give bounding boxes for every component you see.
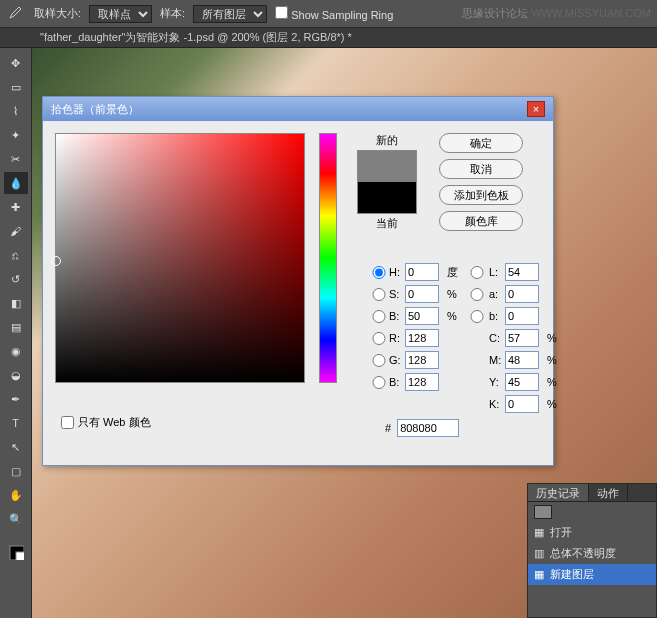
web-only-check[interactable]: 只有 Web 颜色 [61,415,151,430]
web-only-checkbox[interactable] [61,416,74,429]
a-radio[interactable] [467,288,487,301]
bc-input[interactable] [405,373,439,391]
bv-label: B: [389,310,403,322]
g-input[interactable] [405,351,439,369]
a-input[interactable] [505,285,539,303]
b-label: b: [489,310,503,322]
sample-layers-label: 样本: [160,6,185,21]
eyedropper-icon [6,4,26,24]
hue-slider[interactable] [319,133,337,383]
m-input[interactable] [505,351,539,369]
dodge-tool[interactable]: ◒ [4,364,28,386]
r-radio[interactable] [371,332,387,345]
shape-tool[interactable]: ▢ [4,460,28,482]
pen-tool[interactable]: ✒ [4,388,28,410]
sampling-ring-check[interactable]: Show Sampling Ring [275,6,393,21]
lasso-tool[interactable]: ⌇ [4,100,28,122]
r-label: R: [389,332,403,344]
sample-size-select[interactable]: 取样点 [89,5,152,23]
history-item-label: 打开 [550,525,572,540]
sampling-ring-label: Show Sampling Ring [291,9,393,21]
hex-row: # [385,419,459,437]
color-swatches[interactable] [8,544,24,562]
opacity-icon: ▥ [534,547,544,560]
h-radio[interactable] [371,266,387,279]
new-label: 新的 [376,133,398,148]
color-field[interactable] [55,133,305,383]
color-lib-button[interactable]: 颜色库 [439,211,523,231]
watermark: 思缘设计论坛 WWW.MISSYUAN.COM [462,6,651,21]
gradient-tool[interactable]: ▤ [4,316,28,338]
history-item-label: 新建图层 [550,567,594,582]
history-item[interactable]: ▥总体不透明度 [528,543,656,564]
sample-layers-select[interactable]: 所有图层 [193,5,267,23]
bc-label: B: [389,376,403,388]
zoom-tool[interactable]: 🔍 [4,508,28,530]
close-icon[interactable]: × [527,101,545,117]
g-radio[interactable] [371,354,387,367]
tab-actions[interactable]: 动作 [589,484,628,501]
document-tab-bar: "father_daughter"为智能对象 -1.psd @ 200% (图层… [0,28,657,48]
b-input[interactable] [505,307,539,325]
history-item[interactable]: ▦新建图层 [528,564,656,585]
type-tool[interactable]: T [4,412,28,434]
crop-tool[interactable]: ✂ [4,148,28,170]
c-label: C: [489,332,503,344]
bv-input[interactable] [405,307,439,325]
hand-tool[interactable]: ✋ [4,484,28,506]
history-item-label: 总体不透明度 [550,546,616,561]
current-label: 当前 [376,216,398,231]
history-brush-tool[interactable]: ↺ [4,268,28,290]
c-input[interactable] [505,329,539,347]
new-color [358,151,416,182]
eraser-tool[interactable]: ◧ [4,292,28,314]
blur-tool[interactable]: ◉ [4,340,28,362]
hex-input[interactable] [397,419,459,437]
color-field-cursor[interactable] [51,256,61,266]
s-label: S: [389,288,403,300]
h-input[interactable] [405,263,439,281]
l-radio[interactable] [467,266,487,279]
color-picker-dialog: 拾色器（前景色） × 新的 当前 确定 取消 添加到色板 颜色库 H:度 L: … [42,96,554,466]
l-label: L: [489,266,503,278]
history-panel: 历史记录 动作 ▦打开 ▥总体不透明度 ▦新建图层 [527,483,657,618]
path-tool[interactable]: ↖ [4,436,28,458]
sample-size-label: 取样大小: [34,6,81,21]
stamp-tool[interactable]: ⎌ [4,244,28,266]
k-label: K: [489,398,503,410]
dialog-title: 拾色器（前景色） [51,102,139,117]
cancel-button[interactable]: 取消 [439,159,523,179]
web-only-label: 只有 Web 颜色 [78,415,151,430]
wand-tool[interactable]: ✦ [4,124,28,146]
hex-label: # [385,422,391,434]
ok-button[interactable]: 确定 [439,133,523,153]
marquee-tool[interactable]: ▭ [4,76,28,98]
open-icon: ▦ [534,526,544,539]
bv-radio[interactable] [371,310,387,323]
move-tool[interactable]: ✥ [4,52,28,74]
dialog-titlebar[interactable]: 拾色器（前景色） × [43,97,553,121]
sampling-ring-checkbox[interactable] [275,6,288,19]
s-radio[interactable] [371,288,387,301]
tab-history[interactable]: 历史记录 [528,484,589,501]
h-label: H: [389,266,403,278]
svg-rect-1 [16,552,24,560]
k-input[interactable] [505,395,539,413]
l-input[interactable] [505,263,539,281]
bc-radio[interactable] [371,376,387,389]
color-fields: H:度 L: S:% a: B:% b: R: C:% G: M:% B: Y:… [371,263,565,413]
history-item[interactable]: ▦打开 [528,522,656,543]
b-radio[interactable] [467,310,487,323]
eyedropper-tool[interactable]: 💧 [4,172,28,194]
r-input[interactable] [405,329,439,347]
brush-tool[interactable]: 🖌 [4,220,28,242]
new-current-swatch[interactable] [357,150,417,214]
s-input[interactable] [405,285,439,303]
heal-tool[interactable]: ✚ [4,196,28,218]
y-input[interactable] [505,373,539,391]
history-snapshot[interactable] [528,502,656,522]
document-tab[interactable]: "father_daughter"为智能对象 -1.psd @ 200% (图层… [40,30,352,45]
add-swatch-button[interactable]: 添加到色板 [439,185,523,205]
thumbnail-icon [534,505,552,519]
g-label: G: [389,354,403,366]
